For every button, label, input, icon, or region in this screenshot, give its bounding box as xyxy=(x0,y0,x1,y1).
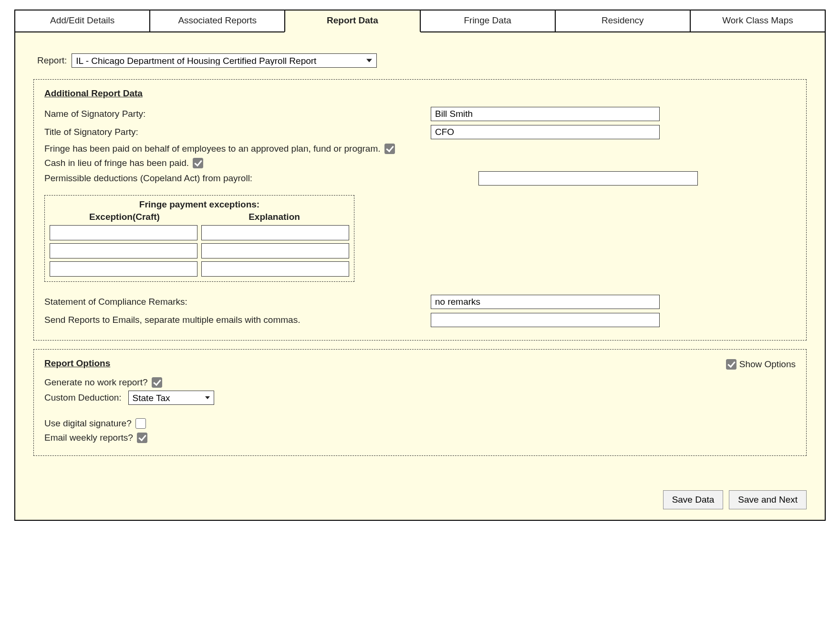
report-select[interactable]: IL - Chicago Department of Housing Certi… xyxy=(72,53,377,68)
fringe-craft-input-3[interactable] xyxy=(50,261,197,277)
signatory-title-label: Title of Signatory Party: xyxy=(44,127,431,137)
fringe-paid-label: Fringe has been paid on behalf of employ… xyxy=(44,144,381,154)
additional-report-data-box: Additional Report Data Name of Signatory… xyxy=(33,79,807,341)
fringe-craft-input-2[interactable] xyxy=(50,243,197,258)
fringe-explanation-input-2[interactable] xyxy=(201,243,349,258)
tab-fringe-data[interactable]: Fringe Data xyxy=(420,10,556,32)
digital-signature-label: Use digital signature? xyxy=(44,418,132,429)
compliance-remarks-input[interactable] xyxy=(431,295,660,309)
email-weekly-label: Email weekly reports? xyxy=(44,433,133,443)
deductions-label: Permissible deductions (Copeland Act) fr… xyxy=(44,171,431,184)
report-options-box: Report Options Generate no work report? … xyxy=(33,349,807,456)
tab-add-edit-details[interactable]: Add/Edit Details xyxy=(14,10,150,32)
tab-row: Add/Edit Details Associated Reports Repo… xyxy=(14,10,826,32)
fringe-exceptions-box: Fringe payment exceptions: Exception(Cra… xyxy=(44,195,354,282)
no-work-report-checkbox[interactable] xyxy=(152,377,162,388)
cash-in-lieu-label: Cash in lieu of fringe has been paid. xyxy=(44,158,189,168)
tab-work-class-maps[interactable]: Work Class Maps xyxy=(690,10,826,32)
compliance-remarks-label: Statement of Compliance Remarks: xyxy=(44,297,431,307)
panel-report-data: Report: IL - Chicago Department of Housi… xyxy=(15,32,825,520)
fringe-explanation-input-1[interactable] xyxy=(201,225,349,240)
tab-report-data[interactable]: Report Data xyxy=(284,10,420,32)
signatory-name-input[interactable] xyxy=(431,107,660,121)
custom-deduction-select[interactable]: State Tax xyxy=(128,391,214,405)
show-options-checkbox[interactable] xyxy=(726,359,736,370)
fringe-exceptions-title: Fringe payment exceptions: xyxy=(50,199,349,210)
tab-residency[interactable]: Residency xyxy=(555,10,691,32)
report-select-label: Report: xyxy=(37,55,67,66)
signatory-title-input[interactable] xyxy=(431,125,660,139)
save-data-button[interactable]: Save Data xyxy=(663,490,724,509)
emails-input[interactable] xyxy=(431,313,660,327)
fringe-craft-input-1[interactable] xyxy=(50,225,197,240)
additional-report-data-title: Additional Report Data xyxy=(44,88,143,99)
deductions-input[interactable] xyxy=(478,171,698,186)
save-and-next-button[interactable]: Save and Next xyxy=(729,490,807,509)
fringe-paid-checkbox[interactable] xyxy=(384,144,395,154)
email-weekly-checkbox[interactable] xyxy=(137,433,147,443)
signatory-name-label: Name of Signatory Party: xyxy=(44,109,431,119)
fringe-col-craft: Exception(Craft) xyxy=(50,212,199,222)
no-work-report-label: Generate no work report? xyxy=(44,377,148,388)
tab-associated-reports[interactable]: Associated Reports xyxy=(149,10,285,32)
emails-label: Send Reports to Emails, separate multipl… xyxy=(44,315,431,325)
digital-signature-checkbox[interactable] xyxy=(135,418,146,429)
fringe-col-explanation: Explanation xyxy=(199,212,349,222)
show-options-label: Show Options xyxy=(739,359,796,370)
fringe-explanation-input-3[interactable] xyxy=(201,261,349,277)
custom-deduction-label: Custom Deduction: xyxy=(44,392,122,403)
report-options-title: Report Options xyxy=(44,358,110,369)
cash-in-lieu-checkbox[interactable] xyxy=(193,158,203,168)
